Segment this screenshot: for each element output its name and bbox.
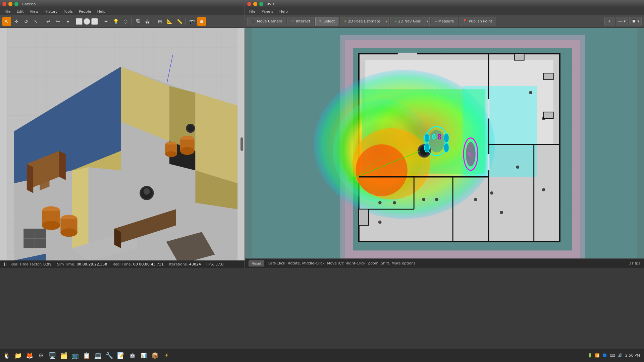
sphere-primitive[interactable] (84, 18, 90, 25)
gazebo-viewport[interactable] (0, 28, 245, 260)
taskbar-browser[interactable]: 🦊 (24, 350, 35, 361)
snap-btn[interactable]: 📐 (165, 17, 174, 26)
taskbar-editor[interactable]: 📝 (115, 350, 126, 361)
menu-file-right[interactable]: File (247, 9, 258, 14)
select-tool[interactable]: ↖ Select (315, 17, 338, 26)
reset-button[interactable]: Reset (249, 260, 264, 266)
max-btn-right[interactable] (259, 2, 263, 6)
measure-tool[interactable]: ━ Measure (431, 17, 458, 26)
taskbar-text[interactable]: 📋 (81, 350, 92, 361)
taskbar-ros[interactable]: 🤖 (127, 350, 138, 361)
taskbar-files2[interactable]: 🗂️ (58, 350, 69, 361)
rviz-window: RViz File Panels Help 🎥 Move Camera ☞ In… (245, 0, 644, 268)
real-time-value: 00 00:00:43.731 (133, 262, 164, 266)
svg-point-76 (516, 166, 520, 169)
menu-tools-left[interactable]: Tools (61, 9, 75, 14)
align-btn[interactable]: ⊞ (156, 17, 164, 26)
cursor-tool[interactable]: ↖ (2, 17, 11, 26)
menu-history-left[interactable]: History (42, 9, 60, 14)
select-tool-group: ↖ Select (315, 17, 338, 26)
svg-point-31 (42, 221, 60, 230)
rotate-tool[interactable]: ↺ (22, 17, 31, 26)
taskbar-files[interactable]: 📁 (13, 350, 23, 361)
move-camera-label: Move Camera (257, 19, 282, 23)
redo-btn[interactable]: ↪ (54, 17, 62, 26)
redo-dropdown[interactable]: ▾ (63, 17, 72, 26)
svg-rect-61 (488, 154, 490, 170)
taskbar-package[interactable]: 📦 (150, 350, 160, 361)
min-btn-right[interactable] (253, 2, 257, 6)
sun-light[interactable]: ☀ (102, 17, 110, 26)
menu-panels-right[interactable]: Panels (259, 9, 276, 14)
menu-help-right[interactable]: Help (277, 9, 290, 14)
svg-rect-96 (515, 54, 524, 60)
measure-btn[interactable]: 📏 (175, 17, 184, 26)
menu-help-left[interactable]: Help (95, 9, 108, 14)
move-camera-tool[interactable]: 🎥 Move Camera (247, 17, 286, 26)
svg-point-88 (424, 143, 429, 152)
svg-point-69 (393, 201, 396, 204)
svg-point-71 (422, 198, 425, 201)
cylinder-primitive[interactable] (91, 18, 98, 25)
fps-label: FPS: 37.0 (206, 262, 224, 266)
taskbar-terminal[interactable]: 🖥️ (47, 350, 58, 361)
svg-point-73 (474, 198, 477, 201)
road-btn[interactable]: 🛣 (143, 17, 152, 26)
left-menu-bar: File Edit View History Tools People Help (0, 8, 245, 15)
nav-goal-tool[interactable]: → 2D Nav Goal (390, 17, 425, 26)
box-primitive[interactable] (76, 18, 83, 25)
svg-point-28 (187, 125, 194, 131)
pose-estimate-tool-group: ✦ 2D Pose Estimate ▾ (340, 17, 389, 26)
publish-tool[interactable]: 📍 Publish Point (459, 17, 496, 26)
scale-tool[interactable]: ⤡ (32, 17, 40, 26)
svg-point-83 (429, 130, 445, 153)
svg-point-74 (490, 191, 493, 195)
close-btn-right[interactable] (247, 2, 251, 6)
rviz-toolbar: 🎥 Move Camera ☞ Interact ↖ Select ✦ 2D P… (245, 15, 644, 28)
undo-btn[interactable]: ↩ (44, 17, 53, 26)
svg-point-75 (500, 211, 503, 214)
taskbar-settings[interactable]: ⚙️ (36, 350, 46, 361)
pose-estimate-tool[interactable]: ✦ 2D Pose Estimate (340, 17, 384, 26)
viewport-expand-btn[interactable] (240, 137, 243, 151)
interact-tool-group: ☞ Interact (287, 17, 314, 26)
svg-point-89 (444, 143, 449, 152)
menu-view-left[interactable]: View (27, 9, 41, 14)
record-btn[interactable]: ⏺ (197, 17, 206, 26)
nav-goal-dropdown[interactable]: ▾ (425, 17, 430, 26)
min-btn-left[interactable] (8, 2, 12, 6)
build-btn[interactable]: 🏗 (133, 17, 142, 26)
frame-dropdown[interactable]: 🔲 ▾ (629, 17, 642, 26)
real-time-label: Real Time: 00 00:00:43.731 (113, 262, 164, 266)
toolbar-sep-6 (185, 18, 186, 25)
rviz-viewport[interactable]: 0 8 G (245, 28, 644, 258)
spot-light[interactable]: 💡 (111, 17, 120, 26)
pause-button[interactable]: ⏸ (3, 261, 8, 267)
menu-people-left[interactable]: People (76, 9, 94, 14)
start-menu-btn[interactable]: 🐧 (1, 350, 12, 361)
menu-file-left[interactable]: File (2, 9, 13, 14)
close-btn-left[interactable] (2, 2, 6, 6)
crosshair-btn[interactable]: ✛ (604, 17, 614, 26)
view-dropdown[interactable]: ━━ ▾ (616, 17, 628, 26)
taskbar-rviz[interactable]: 📊 (138, 350, 149, 361)
max-btn-left[interactable] (14, 2, 18, 6)
svg-marker-10 (72, 167, 88, 248)
hemi-light[interactable]: ⬡ (121, 17, 130, 26)
right-window-title: RViz (267, 2, 274, 6)
pose-estimate-dropdown[interactable]: ▾ (384, 17, 389, 26)
tray-battery: 🔋 (588, 353, 592, 358)
taskbar-viewer[interactable]: 📺 (70, 350, 80, 361)
menu-edit-left[interactable]: Edit (14, 9, 26, 14)
svg-point-86 (424, 133, 429, 142)
translate-tool[interactable]: ✛ (12, 17, 21, 26)
svg-point-77 (529, 91, 532, 94)
taskbar-tools[interactable]: 🔧 (104, 350, 115, 361)
interact-tool[interactable]: ☞ Interact (287, 17, 314, 26)
taskbar-launch[interactable]: ⚡ (161, 350, 172, 361)
camera-btn[interactable]: 📷 (187, 17, 196, 26)
taskbar-ide[interactable]: 💻 (93, 350, 103, 361)
publish-icon: 📍 (463, 19, 467, 23)
iterations-value: 43024 (189, 262, 201, 266)
svg-point-68 (378, 201, 382, 204)
